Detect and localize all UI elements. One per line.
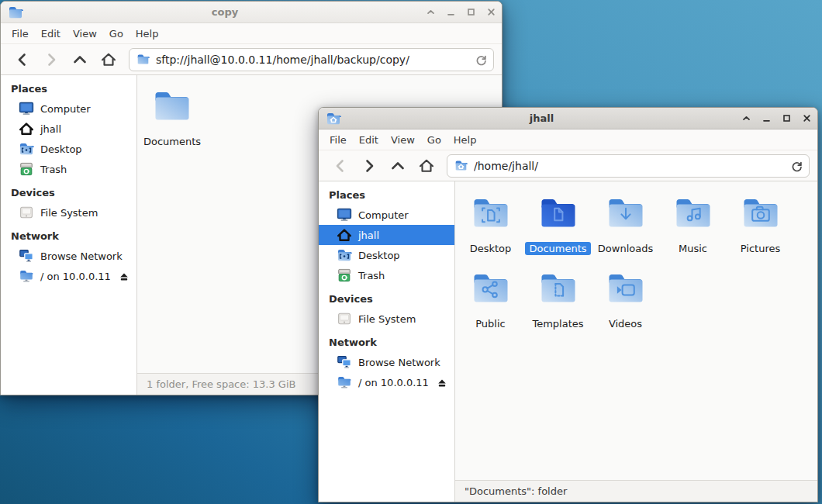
- sidebar-item-remote-mount[interactable]: / on 10.0.0.11: [1, 266, 136, 286]
- sidebar-item-label: Desktop: [358, 250, 400, 261]
- menu-view[interactable]: View: [385, 131, 421, 149]
- titlebar[interactable]: jhall: [319, 108, 817, 129]
- sidebar-item-label: jhall: [40, 123, 61, 135]
- maximize-icon[interactable]: [782, 114, 791, 123]
- sidebar-item-label: Trash: [40, 164, 67, 175]
- sidebar-item-label: Trash: [358, 270, 385, 281]
- titlebar[interactable]: copy: [1, 2, 502, 23]
- file-public[interactable]: Public: [457, 264, 524, 339]
- up-button[interactable]: [65, 47, 94, 72]
- sidebar-item-label: / on 10.0.0.11: [358, 377, 429, 388]
- sidebar-item-remote-mount[interactable]: / on 10.0.0.11: [319, 372, 454, 392]
- hard-disk-icon: [337, 311, 352, 326]
- menu-go[interactable]: Go: [103, 25, 130, 43]
- folder-templates-icon: [540, 270, 577, 307]
- back-button[interactable]: [8, 47, 36, 72]
- computer-icon: [19, 101, 34, 116]
- sidebar-item-label: File System: [358, 313, 416, 325]
- window-jhall: jhall File Edit View Go Help /home/jhall…: [318, 107, 818, 502]
- reload-icon[interactable]: [474, 53, 487, 66]
- close-icon[interactable]: [487, 8, 496, 16]
- sidebar-header-devices: Devices: [319, 288, 454, 309]
- menu-edit[interactable]: Edit: [353, 131, 385, 149]
- menubar: File Edit View Go Help: [1, 23, 502, 44]
- eject-icon[interactable]: [119, 271, 130, 281]
- address-bar[interactable]: sftp://jhall@10.0.0.11/home/jhall/backup…: [129, 48, 494, 71]
- folder-documents-icon: [540, 195, 577, 232]
- toolbar: /home/jhall/: [319, 150, 817, 181]
- sidebar-item-computer[interactable]: Computer: [319, 205, 454, 225]
- address-home-folder-icon: [454, 159, 468, 172]
- sidebar-header-places: Places: [319, 185, 454, 205]
- sidebar-item-browse-network[interactable]: Browse Network: [319, 352, 454, 372]
- sidebar-item-desktop[interactable]: Desktop: [1, 139, 136, 159]
- up-button[interactable]: [383, 154, 412, 178]
- address-text[interactable]: sftp://jhall@10.0.0.11/home/jhall/backup…: [156, 54, 468, 66]
- menu-help[interactable]: Help: [447, 131, 483, 149]
- folder-publicshare-icon: [472, 270, 509, 307]
- menubar: File Edit View Go Help: [319, 129, 817, 150]
- trash-icon: [19, 161, 34, 177]
- hard-disk-icon: [19, 205, 34, 220]
- maximize-icon[interactable]: [467, 8, 475, 16]
- home-button[interactable]: [94, 47, 123, 72]
- file-view[interactable]: Desktop Documents Downloads Music Pictur…: [455, 181, 817, 480]
- address-bar[interactable]: /home/jhall/: [447, 154, 810, 178]
- file-downloads[interactable]: Downloads: [592, 188, 659, 264]
- sidebar-item-desktop[interactable]: Desktop: [319, 245, 454, 265]
- window-home-folder-icon: [326, 111, 341, 126]
- minimize-icon[interactable]: [447, 8, 455, 16]
- folder-pictures-icon: [742, 195, 779, 232]
- shade-icon[interactable]: [742, 114, 751, 123]
- sidebar-item-jhall[interactable]: jhall: [319, 225, 454, 245]
- home-button[interactable]: [412, 154, 440, 178]
- file-desktop[interactable]: Desktop: [457, 188, 524, 264]
- menu-edit[interactable]: Edit: [35, 25, 67, 43]
- menu-file[interactable]: File: [323, 131, 353, 149]
- shade-icon[interactable]: [427, 8, 435, 16]
- menu-help[interactable]: Help: [130, 25, 165, 43]
- remote-folder-icon: [19, 268, 34, 284]
- file-videos[interactable]: Videos: [592, 264, 659, 339]
- window-folder-icon: [8, 5, 23, 20]
- file-pictures[interactable]: Pictures: [727, 188, 794, 264]
- reload-icon[interactable]: [789, 159, 803, 172]
- file-label: Music: [675, 242, 711, 255]
- sidebar-header-network: Network: [319, 332, 454, 352]
- sidebar-item-computer[interactable]: Computer: [1, 98, 136, 119]
- file-music[interactable]: Music: [659, 188, 727, 264]
- sidebar-item-file-system[interactable]: File System: [1, 202, 136, 223]
- folder-download-icon: [607, 195, 644, 232]
- minimize-icon[interactable]: [762, 114, 771, 123]
- sidebar-item-label: Browse Network: [40, 250, 123, 262]
- menu-view[interactable]: View: [67, 25, 103, 43]
- folder-videos-icon: [607, 270, 644, 307]
- status-bar: "Documents": folder: [455, 480, 817, 502]
- file-label: Templates: [528, 317, 587, 330]
- sidebar-item-jhall[interactable]: jhall: [1, 119, 136, 139]
- close-icon[interactable]: [803, 114, 811, 123]
- eject-icon[interactable]: [437, 377, 447, 388]
- file-documents[interactable]: Documents: [137, 81, 207, 157]
- sidebar-item-label: Browse Network: [358, 357, 440, 368]
- sidebar-item-trash[interactable]: Trash: [319, 265, 454, 285]
- address-folder-icon: [136, 53, 150, 66]
- forward-button[interactable]: [354, 154, 383, 178]
- menu-file[interactable]: File: [5, 25, 35, 43]
- file-templates[interactable]: Templates: [524, 264, 592, 339]
- sidebar-item-label: Desktop: [40, 143, 82, 155]
- sidebar-item-file-system[interactable]: File System: [319, 309, 454, 329]
- file-label: Videos: [605, 317, 646, 330]
- forward-button[interactable]: [36, 47, 65, 72]
- file-label: Public: [471, 317, 509, 330]
- sidebar-item-label: Computer: [40, 103, 91, 115]
- sidebar-item-trash[interactable]: Trash: [1, 159, 136, 179]
- sidebar-item-browse-network[interactable]: Browse Network: [1, 246, 136, 266]
- menu-go[interactable]: Go: [421, 131, 447, 149]
- file-documents[interactable]: Documents: [524, 188, 592, 264]
- address-text[interactable]: /home/jhall/: [474, 160, 783, 172]
- status-text: 1 folder, Free space: 13.3 GiB: [147, 378, 295, 390]
- home-icon: [337, 227, 352, 243]
- back-button[interactable]: [326, 154, 354, 178]
- trash-icon: [337, 268, 352, 283]
